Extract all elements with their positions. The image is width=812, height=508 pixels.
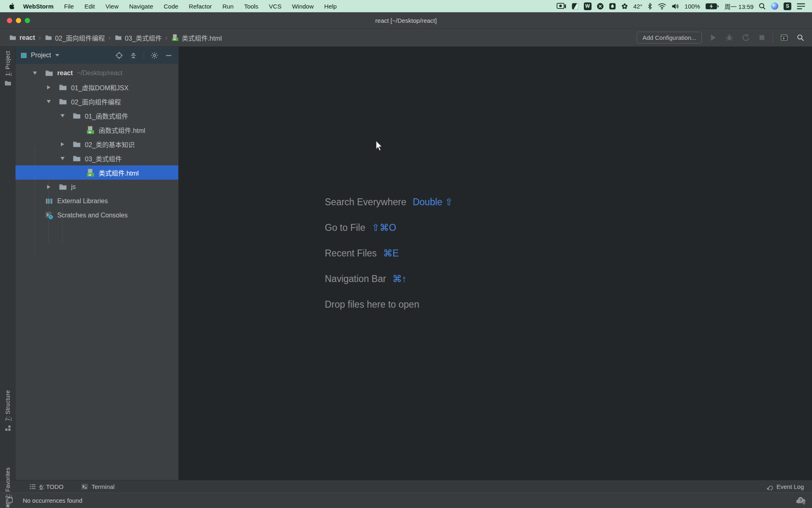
status-text: 100% (685, 3, 700, 10)
chevron-placeholder (32, 194, 38, 208)
keymap-hint-label: Search Everywhere (325, 197, 406, 208)
todo-list-icon (29, 483, 36, 490)
tool-button-project[interactable]: 1: Project (0, 51, 15, 87)
keymap-hint-row: Go to File⇧⌘O (325, 215, 453, 241)
tree-row[interactable]: 02_类的基本知识 (15, 137, 178, 151)
tool-button-favorites[interactable]: 2: Favorites ★ (0, 467, 15, 508)
tree-item-label: Scratches and Consoles (57, 212, 127, 219)
battery-icon[interactable] (705, 3, 719, 10)
keymap-hint-keys: Double ⇧ (413, 197, 453, 208)
tree-item-label: 02_类的基本知识 (85, 139, 135, 149)
macos-menu-bar: WebStormFileEditViewNavigateCodeRefactor… (0, 0, 812, 12)
tree-row[interactable]: 03_类式组件 (15, 151, 178, 165)
gear-icon[interactable] (151, 52, 158, 59)
wifi-icon[interactable] (658, 3, 666, 10)
chevron-expanded-icon[interactable] (32, 66, 38, 80)
chevron-down-icon[interactable] (55, 54, 59, 56)
fan-icon[interactable] (621, 3, 628, 10)
add-configuration-button[interactable]: Add Configuration... (637, 32, 702, 43)
breadcrumb-item[interactable]: 03_类式组件 (114, 33, 162, 43)
tree-row[interactable]: 01_虚拟DOM和JSX (15, 80, 178, 94)
tree-item-label: 01_函数式组件 (85, 111, 128, 121)
menu-item-window[interactable]: Window (287, 3, 319, 10)
breadcrumb-separator: › (39, 34, 41, 41)
project-tool-window-icon (20, 52, 27, 59)
project-panel: Project react~/Desktop/react01_虚拟DOM和JSX… (15, 47, 179, 480)
menu-item-help[interactable]: Help (319, 3, 342, 10)
list-icon[interactable] (797, 3, 806, 10)
keymap-hint-label: Navigation Bar (325, 274, 386, 284)
siri-icon[interactable] (771, 2, 778, 10)
tree-row[interactable]: js (15, 180, 178, 194)
hide-panel-icon[interactable] (165, 52, 173, 59)
tree-row[interactable]: 02_面向组件编程 (15, 94, 178, 109)
breadcrumb-item[interactable]: H类式组件.html (171, 33, 222, 43)
bluetooth-icon[interactable] (648, 3, 652, 10)
run-icon[interactable] (708, 33, 718, 43)
mouse-cursor (375, 140, 384, 153)
locate-file-icon[interactable] (115, 52, 123, 59)
menu-item-refactor[interactable]: Refactor (184, 3, 217, 10)
minimize-window-button[interactable] (16, 18, 21, 23)
chevron-collapsed-icon[interactable] (45, 80, 52, 94)
spotlight-icon[interactable] (759, 3, 766, 10)
folder-mini-icon (4, 80, 11, 87)
menu-item-edit[interactable]: Edit (79, 3, 100, 10)
apple-menu-icon[interactable] (6, 3, 18, 10)
project-panel-title[interactable]: Project (31, 52, 51, 59)
chevron-expanded-icon[interactable] (59, 109, 66, 123)
cloud-help-icon[interactable]: ? (796, 496, 806, 505)
tree-row[interactable]: H类式组件.html (15, 165, 178, 180)
breadcrumb-item[interactable]: react (9, 34, 35, 41)
stop-icon[interactable] (756, 33, 767, 43)
tree-item-label: react (57, 69, 73, 77)
keymap-hint-keys: ⇧⌘O (372, 222, 396, 233)
menu-bar-status-area: W42°100%周一 13:59S (557, 2, 812, 11)
droplet-app-icon[interactable] (609, 3, 616, 10)
event-log-button[interactable]: Event Log (766, 483, 804, 490)
profiler-icon[interactable] (740, 33, 751, 43)
debug-icon[interactable] (724, 33, 734, 43)
tree-row[interactable]: react~/Desktop/react (15, 66, 178, 80)
menu-item-file[interactable]: File (59, 3, 79, 10)
run-anything-icon[interactable] (779, 33, 789, 43)
zoom-window-button[interactable] (25, 18, 30, 23)
menu-item-view[interactable]: View (100, 3, 124, 10)
html-file-icon: H (86, 168, 95, 177)
close-window-button[interactable] (7, 18, 12, 23)
menu-item-tools[interactable]: Tools (239, 3, 263, 10)
event-log-label: Event Log (776, 483, 804, 490)
todo-label: : TODO (43, 483, 63, 490)
tool-button-structure[interactable]: 7: Structure (0, 390, 15, 432)
tree-row[interactable]: Scratches and Consoles (15, 208, 178, 222)
tree-row[interactable]: External Libraries (15, 194, 178, 208)
breadcrumb-item[interactable]: 02_面向组件编程 (45, 33, 105, 43)
tree-row[interactable]: H函数式组件.html (15, 123, 178, 137)
chevron-expanded-icon[interactable] (45, 94, 52, 109)
project-tree: react~/Desktop/react01_虚拟DOM和JSX02_面向组件编… (15, 64, 178, 480)
collapse-all-icon[interactable] (130, 52, 137, 59)
search-everywhere-icon[interactable] (795, 33, 806, 43)
chevron-expanded-icon[interactable] (59, 151, 66, 165)
menu-item-code[interactable]: Code (158, 3, 184, 10)
tool-button-terminal[interactable]: Terminal (81, 483, 114, 490)
menu-item-run[interactable]: Run (217, 3, 239, 10)
menu-item-navigate[interactable]: Navigate (124, 3, 158, 10)
chevron-placeholder (73, 123, 80, 137)
w-app-icon[interactable]: W (584, 2, 592, 10)
menu-item-vcs[interactable]: VCS (263, 3, 287, 10)
s-app-icon[interactable]: S (784, 2, 791, 10)
tree-row[interactable]: 01_函数式组件 (15, 109, 178, 123)
menu-item-webstorm[interactable]: WebStorm (18, 3, 59, 10)
display-split-icon[interactable] (572, 3, 579, 10)
screen-record-icon[interactable] (557, 3, 566, 10)
volume-icon[interactable] (672, 3, 679, 10)
project-tool-num: 1 (4, 73, 11, 76)
tree-item-path: ~/Desktop/react (77, 69, 123, 77)
tree-item-label: 函数式组件.html (99, 125, 145, 135)
tool-button-todo[interactable]: 6: TODO (29, 483, 63, 490)
chevron-collapsed-icon[interactable] (59, 137, 66, 151)
breadcrumb: react›02_面向组件编程›03_类式组件›H类式组件.html (9, 33, 222, 43)
x-app-icon[interactable] (597, 3, 604, 10)
chevron-collapsed-icon[interactable] (45, 180, 52, 194)
